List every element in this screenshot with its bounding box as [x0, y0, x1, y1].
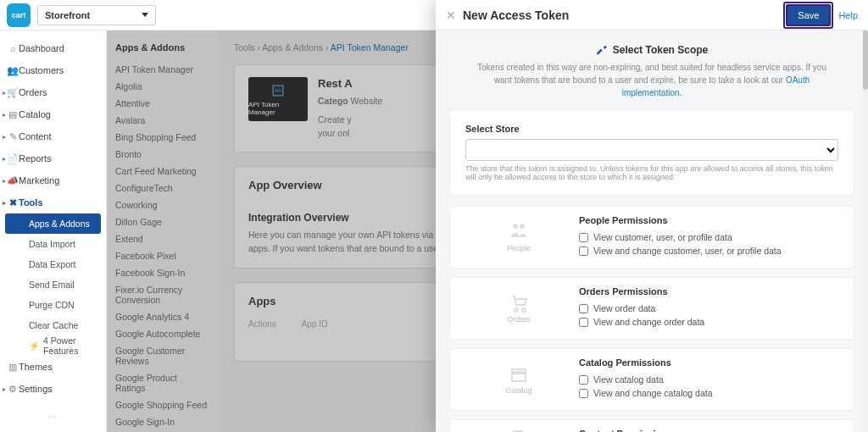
nav-item-themes[interactable]: ▥Themes [0, 356, 106, 378]
gear-icon: ⚙ [8, 384, 17, 395]
nav-label: Marketing [19, 175, 59, 186]
nav-item-tools[interactable]: ▸✖Tools [0, 191, 106, 213]
perm-title: Content Permissions [579, 429, 840, 432]
tools-icon: ✖ [8, 197, 17, 208]
themes-icon: ▥ [8, 362, 17, 373]
perm-content: ContentContent Permissions [449, 419, 854, 432]
perm-people-opt-0[interactable]: View customer, user, or profile data [579, 232, 840, 242]
checkbox[interactable] [579, 246, 588, 256]
nav-sub--power-features[interactable]: ⚡4 Power Features [0, 335, 106, 356]
select-store-hint: The store that this token is assigned to… [465, 164, 838, 181]
nav-sub-clear-cache[interactable]: Clear Cache [0, 315, 106, 335]
catalog-icon: ▤ [8, 109, 17, 120]
nav-label: Dashboard [19, 43, 64, 53]
nav-label: Customers [19, 65, 64, 75]
nav-item-orders[interactable]: ▸🛒Orders [0, 81, 106, 103]
store-selector[interactable]: Storefront [37, 5, 156, 25]
nav-label: Content [19, 131, 52, 141]
drawer-body: Select Token Scope Tokens created in thi… [436, 30, 868, 432]
nav-item-catalog[interactable]: ▸▤Catalog [0, 103, 106, 125]
store-selector-label: Storefront [45, 10, 90, 20]
save-button-highlight: Save [783, 2, 833, 29]
scrollbar-thumb[interactable] [863, 30, 868, 90]
chevron-right-icon: ▸ [3, 177, 6, 185]
chevron-right-icon: ▸ [3, 155, 6, 163]
chevron-right-icon: ▸ [3, 199, 6, 207]
checkbox[interactable] [579, 233, 588, 242]
nav-item-reports[interactable]: ▸📄Reports [0, 147, 106, 169]
perm-catalog-opt-0[interactable]: View catalog data [579, 374, 840, 385]
wrench-icon [596, 44, 608, 56]
perm-catalog: CatalogCatalog PermissionsView catalog d… [449, 348, 854, 411]
content-icon: ✎ [8, 131, 17, 142]
page-scrollbar[interactable] [863, 30, 868, 432]
chevron-right-icon: ▸ [3, 133, 6, 141]
perm-orders-opt-0[interactable]: View order data [579, 303, 840, 313]
nav-item-marketing[interactable]: ▸📣Marketing [0, 169, 106, 191]
save-button[interactable]: Save [786, 4, 831, 26]
scope-desc: Tokens created in this way are non-expir… [474, 61, 830, 99]
perm-title: Orders Permissions [579, 286, 840, 296]
chevron-right-icon: ▸ [3, 385, 6, 393]
orders-icon: 🛒 [8, 87, 17, 98]
perm-title: People Permissions [579, 215, 840, 225]
drawer-title: New Access Token [463, 8, 783, 22]
drawer-header: ✕ New Access Token Save Help [436, 0, 868, 30]
content-icon [506, 429, 531, 432]
perm-people-opt-1[interactable]: View and change customer, user, or profi… [579, 246, 840, 256]
nav-sub-apps-addons[interactable]: Apps & Addons [5, 213, 101, 234]
nav-label: Catalog [19, 109, 51, 119]
users-icon: 👥 [8, 65, 17, 76]
nav-label: Orders [19, 87, 47, 97]
nav-sub-purge-cdn[interactable]: Purge CDN [0, 295, 106, 315]
select-store-section: Select Store The store that this token i… [449, 109, 854, 196]
nav-sub-data-export[interactable]: Data Export [0, 254, 106, 274]
bolt-icon: ⚡ [29, 341, 40, 352]
help-link[interactable]: Help [838, 10, 858, 20]
left-nav: ⌕Dashboard👥Customers▸🛒Orders▸▤Catalog▸✎C… [0, 30, 107, 432]
nav-sub-data-import[interactable]: Data Import [0, 234, 106, 254]
nav-label: Tools [19, 197, 43, 208]
checkbox[interactable] [579, 389, 588, 398]
catalog-icon [506, 364, 531, 385]
select-store-label: Select Store [465, 124, 838, 134]
nav-label: Reports [19, 153, 52, 163]
brand-logo: cart [7, 3, 31, 27]
nav-label: Themes [19, 362, 53, 372]
dash-icon: ⌕ [8, 43, 17, 53]
chevron-right-icon: ▸ [3, 111, 6, 119]
nav-item-content[interactable]: ▸✎Content [0, 125, 106, 147]
people-icon [506, 222, 531, 242]
chevron-right-icon: ▸ [3, 89, 6, 97]
perm-title: Catalog Permissions [579, 357, 840, 368]
nav-item-dashboard[interactable]: ⌕Dashboard [0, 37, 106, 59]
close-icon[interactable]: ✕ [446, 8, 456, 22]
nav-label: Settings [19, 384, 53, 394]
nav-sub-send-email[interactable]: Send Email [0, 274, 106, 295]
nav-item-customers[interactable]: 👥Customers [0, 59, 106, 81]
loading-spinner-icon: ⋯ [0, 413, 106, 424]
reports-icon: 📄 [8, 153, 17, 164]
caret-down-icon [142, 13, 148, 17]
marketing-icon: 📣 [8, 175, 17, 186]
perm-orders: OrdersOrders PermissionsView order dataV… [449, 277, 854, 340]
checkbox[interactable] [579, 304, 588, 313]
checkbox[interactable] [579, 375, 588, 385]
perm-orders-opt-1[interactable]: View and change order data [579, 317, 840, 327]
perm-people: PeoplePeople PermissionsView customer, u… [449, 206, 854, 269]
new-token-drawer: ✕ New Access Token Save Help Select Toke… [436, 0, 868, 432]
nav-item-settings[interactable]: ▸⚙Settings [0, 378, 106, 400]
scope-title: Select Token Scope [449, 44, 854, 56]
orders-icon [506, 293, 531, 313]
select-store-dropdown[interactable] [465, 139, 838, 161]
perm-catalog-opt-1[interactable]: View and change catalog data [579, 388, 840, 398]
checkbox[interactable] [579, 318, 588, 327]
